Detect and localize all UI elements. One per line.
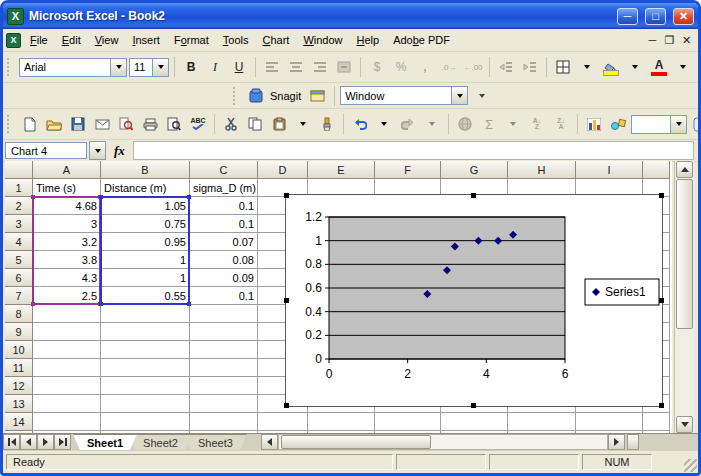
- menu-tools[interactable]: Tools: [216, 31, 256, 49]
- chart-resize-handle[interactable]: [659, 403, 664, 408]
- cell-C3[interactable]: 0.1: [190, 215, 257, 232]
- cell-C7[interactable]: 0.1: [190, 287, 257, 304]
- workbook-minimize-button[interactable]: ─: [644, 33, 661, 48]
- fill-color-icon[interactable]: [600, 56, 622, 78]
- align-right-icon[interactable]: [309, 56, 331, 78]
- row-header-14[interactable]: 14: [5, 413, 33, 431]
- column-header-C[interactable]: C: [190, 161, 258, 179]
- row-header-7[interactable]: 7: [5, 287, 33, 305]
- row-header-8[interactable]: 8: [5, 305, 33, 323]
- redo-icon[interactable]: [397, 113, 419, 135]
- row-header-5[interactable]: 5: [5, 251, 33, 269]
- save-icon[interactable]: [67, 113, 89, 135]
- close-button[interactable]: ✕: [673, 8, 694, 25]
- scroll-down-button[interactable]: [676, 416, 693, 433]
- column-header-E[interactable]: E: [308, 161, 375, 179]
- new-icon[interactable]: [19, 113, 41, 135]
- source-range-B[interactable]: [100, 196, 190, 305]
- font-name-combo[interactable]: Arial: [19, 58, 127, 77]
- minimize-button[interactable]: ─: [617, 8, 638, 25]
- align-left-icon[interactable]: [261, 56, 283, 78]
- toolbar-options-icon[interactable]: [470, 85, 492, 107]
- autosum-dropdown[interactable]: [502, 113, 524, 135]
- print-icon[interactable]: [139, 113, 161, 135]
- row-header-2[interactable]: 2: [5, 197, 33, 215]
- workbook-restore-button[interactable]: ❐: [661, 33, 678, 48]
- formula-input[interactable]: [133, 141, 694, 160]
- cell-A1[interactable]: Time (s): [33, 179, 100, 196]
- column-header-A[interactable]: A: [33, 161, 101, 179]
- cell-C4[interactable]: 0.07: [190, 233, 257, 250]
- sheet-tab-sheet2[interactable]: Sheet2: [129, 434, 192, 450]
- column-header-clipped[interactable]: [643, 161, 670, 179]
- borders-icon[interactable]: [552, 56, 574, 78]
- bold-button[interactable]: B: [180, 56, 202, 78]
- comma-button[interactable]: ,: [414, 56, 436, 78]
- underline-button[interactable]: U: [228, 56, 250, 78]
- toolbar-options-icon[interactable]: [696, 56, 701, 78]
- range-fill-handle[interactable]: [187, 195, 191, 199]
- snagit-icon[interactable]: [245, 85, 267, 107]
- menu-edit[interactable]: Edit: [55, 31, 88, 49]
- currency-button[interactable]: $: [366, 56, 388, 78]
- vertical-scrollbar[interactable]: [674, 161, 694, 433]
- menu-view[interactable]: View: [88, 31, 126, 49]
- decrease-decimal-icon[interactable]: ←.00: [462, 56, 484, 78]
- first-sheet-button[interactable]: [3, 434, 20, 450]
- menu-insert[interactable]: Insert: [125, 31, 167, 49]
- previous-sheet-button[interactable]: [20, 434, 37, 450]
- spelling-icon[interactable]: ABC: [187, 113, 209, 135]
- range-fill-handle[interactable]: [31, 195, 35, 199]
- mail-icon[interactable]: [91, 113, 113, 135]
- row-header-11[interactable]: 11: [5, 359, 33, 377]
- row-header-6[interactable]: 6: [5, 269, 33, 287]
- select-all-corner[interactable]: [5, 161, 33, 179]
- menu-format[interactable]: Format: [167, 31, 216, 49]
- open-icon[interactable]: [43, 113, 65, 135]
- snagit-profile-combo[interactable]: Window: [340, 86, 468, 105]
- cell-C1[interactable]: sigma_D (m): [190, 179, 257, 196]
- column-header-G[interactable]: G: [441, 161, 508, 179]
- paste-dropdown[interactable]: [292, 113, 314, 135]
- row-header-4[interactable]: 4: [5, 233, 33, 251]
- row-header-10[interactable]: 10: [5, 341, 33, 359]
- increase-indent-icon[interactable]: [519, 56, 541, 78]
- sheet-tab-sheet1[interactable]: Sheet1: [73, 434, 137, 450]
- range-fill-handle[interactable]: [31, 302, 35, 306]
- chart-resize-handle[interactable]: [659, 298, 664, 303]
- column-header-F[interactable]: F: [375, 161, 441, 179]
- cell-C5[interactable]: 0.08: [190, 251, 257, 268]
- maximize-button[interactable]: □: [645, 8, 666, 25]
- toolbar-grip[interactable]: [233, 87, 240, 105]
- chart-resize-handle[interactable]: [471, 403, 476, 408]
- column-header-D[interactable]: D: [258, 161, 308, 179]
- name-box-dropdown[interactable]: [89, 141, 106, 160]
- font-name-dropdown[interactable]: [110, 59, 126, 76]
- vertical-scroll-thumb[interactable]: [676, 179, 693, 329]
- paste-icon[interactable]: [268, 113, 290, 135]
- sort-descending-icon[interactable]: Z↓A: [550, 113, 572, 135]
- font-size-dropdown[interactable]: [152, 59, 168, 76]
- undo-dropdown[interactable]: [373, 113, 395, 135]
- column-header-I[interactable]: I: [576, 161, 643, 179]
- search-icon[interactable]: [115, 113, 137, 135]
- font-size-combo[interactable]: 11: [129, 58, 169, 77]
- cell-B1[interactable]: Distance (m): [101, 179, 189, 196]
- horizontal-scroll-thumb[interactable]: [281, 435, 431, 449]
- zoom-combo[interactable]: [631, 115, 687, 134]
- menu-help[interactable]: Help: [350, 31, 387, 49]
- scroll-left-button[interactable]: [261, 434, 278, 450]
- sheet-tab-sheet3[interactable]: Sheet3: [184, 434, 247, 450]
- insert-function-icon[interactable]: fx: [114, 143, 125, 159]
- copy-icon[interactable]: [244, 113, 266, 135]
- borders-dropdown[interactable]: [576, 56, 598, 78]
- workbook-close-button[interactable]: ✕: [678, 33, 695, 48]
- range-fill-handle[interactable]: [187, 302, 191, 306]
- last-sheet-button[interactable]: [54, 434, 71, 450]
- chart-resize-handle[interactable]: [284, 298, 289, 303]
- menu-window[interactable]: Window: [296, 31, 349, 49]
- range-fill-handle[interactable]: [99, 195, 103, 199]
- column-header-B[interactable]: B: [101, 161, 190, 179]
- tab-split-handle[interactable]: [627, 434, 639, 450]
- chart-resize-handle[interactable]: [284, 403, 289, 408]
